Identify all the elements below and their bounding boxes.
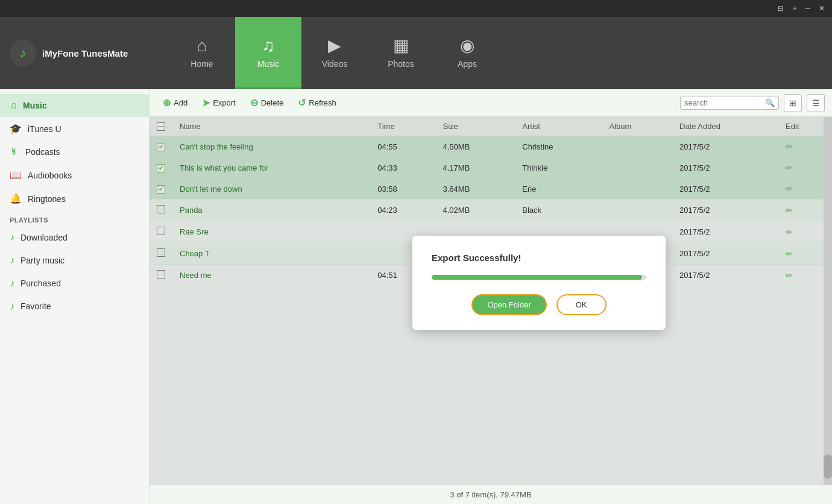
favorite-icon: ♪	[10, 301, 14, 312]
sidebar: ♫ Music 🎓 iTunes U 🎙 Podcasts 📖 Audioboo…	[0, 89, 150, 504]
row-date-added: 2017/5/2	[672, 136, 778, 157]
add-button[interactable]: ⊕ Add	[157, 94, 194, 112]
row-checkbox-cell	[150, 221, 172, 243]
minimize-icon[interactable]: ⊟	[775, 3, 786, 14]
list-view-button[interactable]: ☰	[807, 94, 825, 112]
row-artist: Thinkie	[515, 157, 602, 178]
search-icon[interactable]: 🔍	[765, 98, 775, 107]
nav-item-home[interactable]: ⌂ Home	[169, 17, 235, 89]
app: ♪ iMyFone TunesMate ⌂ Home ♫ Music ▶ Vid…	[0, 17, 832, 504]
progress-bar-fill	[432, 275, 642, 280]
sidebar-item-purchased[interactable]: ♪ Purchased	[0, 272, 149, 295]
ok-button[interactable]: OK	[556, 294, 607, 315]
header-date-added: Date Added	[672, 117, 778, 136]
nav-label-home: Home	[191, 59, 213, 69]
row-checkbox-5[interactable]	[157, 227, 165, 235]
sidebar-item-music[interactable]: ♫ Music	[0, 94, 149, 117]
row-name: Don't let me down	[172, 178, 370, 200]
search-input[interactable]	[684, 98, 763, 107]
minimize-btn[interactable]: ─	[802, 3, 813, 14]
scroll-thumb[interactable]	[824, 455, 832, 479]
row-date-added: 2017/5/2	[672, 200, 778, 221]
edit-icon[interactable]: ✏	[786, 271, 793, 280]
logo-area: ♪ iMyFone TunesMate	[0, 40, 169, 66]
refresh-button[interactable]: ↺ Refresh	[292, 94, 342, 112]
title-bar: ⊟ ≡ ─ ✕	[0, 0, 832, 17]
row-checkbox-6[interactable]	[157, 248, 165, 257]
sidebar-favorite-label: Favorite	[20, 301, 51, 311]
close-icon[interactable]: ✕	[816, 3, 827, 14]
edit-icon[interactable]: ✏	[786, 227, 793, 237]
party-music-icon: ♪	[10, 255, 14, 266]
edit-icon[interactable]: ✏	[786, 249, 793, 259]
row-checkbox-cell	[150, 265, 172, 286]
playlists-section-label: PLAYLISTS	[0, 210, 149, 226]
scrollbar[interactable]	[824, 117, 832, 485]
delete-icon: ⊖	[250, 97, 258, 109]
sidebar-party-music-label: Party music	[20, 256, 65, 265]
row-time: 04:23	[370, 200, 435, 221]
row-size: 3.64MB	[436, 178, 515, 200]
sidebar-item-itunes-u[interactable]: 🎓 iTunes U	[0, 117, 149, 140]
edit-icon[interactable]: ✏	[786, 184, 793, 194]
sidebar-item-ringtones[interactable]: 🔔 Ringtones	[0, 187, 149, 210]
edit-icon[interactable]: ✏	[786, 163, 793, 172]
row-checkbox-2[interactable]: ✔	[157, 164, 165, 172]
nav-item-videos[interactable]: ▶ Videos	[301, 17, 368, 89]
table-header-row: ─ Name Time Size Artist Album Date Added…	[150, 117, 832, 136]
table-row: ✔ This is what you came for 04:33 4.17MB…	[150, 157, 832, 178]
nav-item-apps[interactable]: ◉ Apps	[434, 17, 500, 89]
edit-icon[interactable]: ✏	[786, 142, 793, 151]
refresh-icon: ↺	[298, 97, 306, 109]
row-size: 4.17MB	[436, 157, 515, 178]
nav-item-photos[interactable]: ▦ Photos	[368, 17, 434, 89]
row-name: This is what you came for	[172, 157, 370, 178]
nav-item-music[interactable]: ♫ Music	[235, 17, 301, 89]
sidebar-item-favorite[interactable]: ♪ Favorite	[0, 295, 149, 318]
row-date-added: 2017/5/2	[672, 157, 778, 178]
row-name: Cheap T	[172, 243, 370, 265]
row-size: 4.02MB	[436, 200, 515, 221]
sidebar-item-podcasts[interactable]: 🎙 Podcasts	[0, 140, 149, 163]
nav-bar: ⌂ Home ♫ Music ▶ Videos ▦ Photos ◉ Apps	[169, 17, 832, 89]
nav-label-music: Music	[257, 59, 280, 69]
apps-icon: ◉	[460, 36, 474, 55]
header-name: Name	[172, 117, 370, 136]
row-checkbox-cell	[150, 200, 172, 221]
select-all-checkbox[interactable]: ─	[157, 122, 165, 131]
delete-label: Delete	[261, 98, 284, 107]
row-checkbox-cell: ✔	[150, 136, 172, 157]
delete-button[interactable]: ⊖ Delete	[244, 94, 290, 112]
sidebar-downloaded-label: Downloaded	[20, 233, 68, 242]
menu-icon[interactable]: ≡	[790, 3, 799, 14]
itunes-u-icon: 🎓	[10, 123, 22, 134]
open-folder-button[interactable]: Open Folder	[471, 294, 546, 315]
add-label: Add	[174, 98, 188, 107]
edit-icon[interactable]: ✏	[786, 206, 793, 215]
row-checkbox-7[interactable]	[157, 270, 165, 279]
export-button[interactable]: ➤ Export	[196, 94, 242, 112]
header: ♪ iMyFone TunesMate ⌂ Home ♫ Music ▶ Vid…	[0, 17, 832, 89]
nav-label-apps: Apps	[458, 59, 477, 69]
row-checkbox-cell	[150, 243, 172, 265]
sidebar-item-downloaded[interactable]: ♪ Downloaded	[0, 226, 149, 249]
row-album	[602, 157, 672, 178]
row-time: 03:58	[370, 178, 435, 200]
header-album: Album	[602, 117, 672, 136]
logo-icon: ♪	[10, 40, 36, 66]
sidebar-item-audiobooks[interactable]: 📖 Audiobooks	[0, 163, 149, 187]
modal-buttons: Open Folder OK	[432, 294, 646, 315]
ringtones-icon: 🔔	[10, 193, 22, 204]
row-checkbox-3[interactable]: ✔	[157, 185, 165, 194]
row-checkbox-1[interactable]: ✔	[157, 143, 165, 151]
row-date-added: 2017/5/2	[672, 178, 778, 200]
row-checkbox-4[interactable]	[157, 205, 165, 213]
refresh-label: Refresh	[309, 98, 336, 107]
home-icon: ⌂	[197, 36, 207, 55]
sidebar-item-party-music[interactable]: ♪ Party music	[0, 249, 149, 272]
grid-view-button[interactable]: ⊞	[784, 94, 802, 112]
sidebar-music-label: Music	[23, 101, 47, 110]
header-checkbox-col: ─	[150, 117, 172, 136]
nav-label-photos: Photos	[388, 59, 414, 69]
nav-label-videos: Videos	[322, 59, 348, 69]
